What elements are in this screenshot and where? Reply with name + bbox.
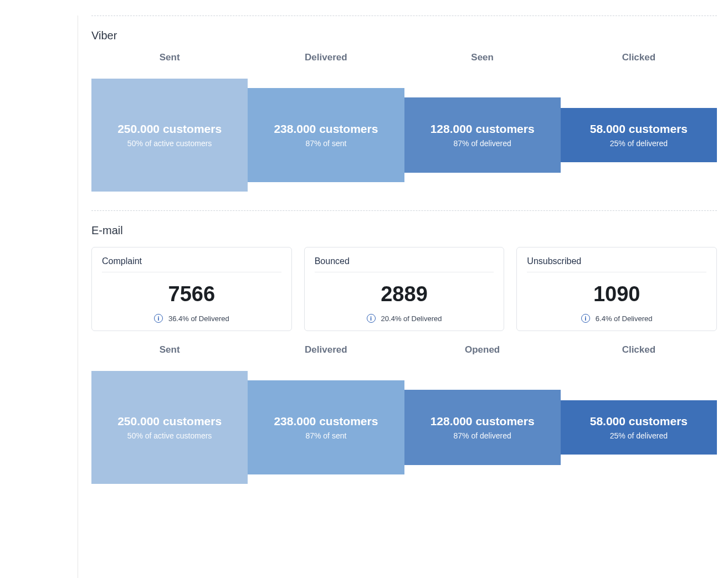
email-step-delivered-sub: 87% of sent bbox=[305, 431, 346, 440]
email-funnel: 250.000 customers 50% of active customer… bbox=[91, 371, 717, 484]
viber-step-delivered[interactable]: 238.000 customers 87% of sent bbox=[248, 88, 404, 182]
viber-header-sent: Sent bbox=[91, 52, 248, 63]
viber-step-seen-value: 128.000 customers bbox=[430, 122, 535, 136]
email-step-clicked[interactable]: 58.000 customers 25% of delivered bbox=[561, 400, 717, 455]
viber-step-delivered-sub: 87% of sent bbox=[305, 139, 346, 148]
email-card-unsubscribed-title: Unsubscribed bbox=[527, 256, 706, 272]
email-section-title: E-mail bbox=[91, 224, 717, 237]
email-card-unsubscribed-value: 1090 bbox=[527, 282, 706, 306]
info-icon[interactable] bbox=[154, 314, 163, 323]
email-step-delivered-value: 238.000 customers bbox=[274, 415, 378, 428]
email-card-bounced-foot: 20.4% of Delivered bbox=[381, 314, 442, 323]
info-icon[interactable] bbox=[367, 314, 376, 323]
viber-step-clicked[interactable]: 58.000 customers 25% of delivered bbox=[561, 108, 717, 162]
email-column-headers: Sent Delivered Opened Clicked bbox=[91, 344, 717, 355]
email-cards: Complaint 7566 36.4% of Delivered Bounce… bbox=[91, 247, 717, 331]
email-step-opened-sub: 87% of delivered bbox=[453, 431, 511, 440]
email-step-sent-sub: 50% of active customers bbox=[127, 431, 212, 440]
email-step-sent[interactable]: 250.000 customers 50% of active customer… bbox=[91, 371, 248, 484]
viber-step-sent-value: 250.000 customers bbox=[117, 122, 222, 136]
email-step-opened-value: 128.000 customers bbox=[430, 415, 535, 428]
email-header-delivered: Delivered bbox=[248, 344, 404, 355]
viber-step-seen-sub: 87% of delivered bbox=[453, 139, 511, 148]
viber-funnel: 250.000 customers 50% of active customer… bbox=[91, 79, 717, 192]
email-card-bounced[interactable]: Bounced 2889 20.4% of Delivered bbox=[304, 247, 505, 331]
viber-step-seen[interactable]: 128.000 customers 87% of delivered bbox=[404, 97, 561, 173]
viber-header-clicked: Clicked bbox=[561, 52, 717, 63]
email-card-unsubscribed-foot: 6.4% of Delivered bbox=[596, 314, 653, 323]
viber-column-headers: Sent Delivered Seen Clicked bbox=[91, 52, 717, 63]
viber-section-title: Viber bbox=[91, 29, 717, 42]
viber-step-sent-sub: 50% of active customers bbox=[127, 139, 212, 148]
email-card-bounced-title: Bounced bbox=[315, 256, 494, 272]
email-card-complaint[interactable]: Complaint 7566 36.4% of Delivered bbox=[91, 247, 292, 331]
viber-step-clicked-sub: 25% of delivered bbox=[610, 139, 668, 148]
email-card-unsubscribed[interactable]: Unsubscribed 1090 6.4% of Delivered bbox=[516, 247, 717, 331]
viber-header-delivered: Delivered bbox=[248, 52, 404, 63]
email-header-opened: Opened bbox=[404, 344, 561, 355]
viber-step-clicked-value: 58.000 customers bbox=[590, 122, 688, 136]
email-card-bounced-value: 2889 bbox=[315, 282, 494, 306]
viber-header-seen: Seen bbox=[404, 52, 561, 63]
email-card-complaint-value: 7566 bbox=[102, 282, 281, 306]
email-step-opened[interactable]: 128.000 customers 87% of delivered bbox=[404, 390, 561, 465]
email-card-complaint-foot: 36.4% of Delivered bbox=[168, 314, 229, 323]
email-card-complaint-title: Complaint bbox=[102, 256, 281, 272]
email-step-delivered[interactable]: 238.000 customers 87% of sent bbox=[248, 380, 404, 474]
email-header-sent: Sent bbox=[91, 344, 248, 355]
email-header-clicked: Clicked bbox=[561, 344, 717, 355]
viber-step-sent[interactable]: 250.000 customers 50% of active customer… bbox=[91, 79, 248, 192]
email-step-sent-value: 250.000 customers bbox=[117, 415, 222, 428]
viber-step-delivered-value: 238.000 customers bbox=[274, 122, 378, 136]
email-step-clicked-sub: 25% of delivered bbox=[610, 431, 668, 440]
info-icon[interactable] bbox=[581, 314, 590, 323]
email-step-clicked-value: 58.000 customers bbox=[590, 415, 688, 428]
